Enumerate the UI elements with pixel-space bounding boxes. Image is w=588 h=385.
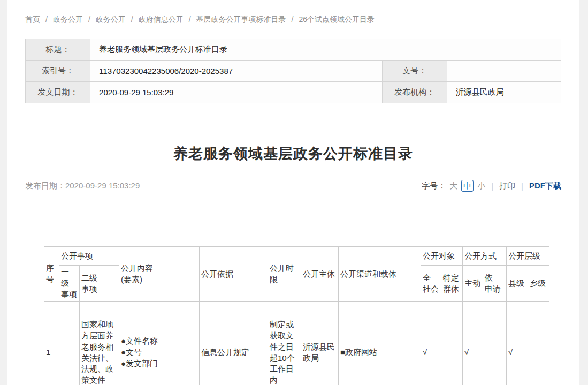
article-toolbar: 字号： 大 中 小 | 打印 | PDF下载 <box>422 180 561 192</box>
breadcrumb-separator: / <box>292 15 294 24</box>
header-target-specific: 特定 群体 <box>441 266 463 302</box>
cell-level-county: √ <box>507 302 528 385</box>
font-size-label: 字号： <box>422 181 446 191</box>
content-card: 首页/政务公开/政务公开/政府信息公开/基层政务公开事项标准目录/26个试点领域… <box>7 0 579 385</box>
breadcrumb-item-zwgk-1[interactable]: 政务公开 <box>53 15 83 24</box>
meta-row-title: 标题： 养老服务领域基层政务公开标准目录 <box>26 39 561 61</box>
catalog-header-row-1: 序 号 公开事项 公开内容 (要素) 公开依据 公开时 限 公开主体 公开渠道和… <box>44 247 549 266</box>
breadcrumb-divider <box>25 33 561 33</box>
cell-channel: ■政府网站 <box>339 302 421 385</box>
header-method-request: 依 申请 <box>483 266 507 302</box>
meta-agency-value: 沂源县民政局 <box>447 82 561 103</box>
breadcrumb: 首页/政务公开/政务公开/政府信息公开/基层政务公开事项标准目录/26个试点领域… <box>25 15 561 24</box>
cell-seq: 1 <box>44 302 59 385</box>
header-basis: 公开依据 <box>200 247 268 302</box>
cell-level-township <box>528 302 549 385</box>
header-matters: 公开事项 <box>59 247 119 266</box>
header-content: 公开内容 (要素) <box>119 247 200 302</box>
cell-method-active: √ <box>463 302 483 385</box>
meta-date-value: 2020-09-29 15:03:29 <box>90 82 383 103</box>
breadcrumb-item-standard-catalog[interactable]: 基层政务公开事项标准目录 <box>196 15 286 24</box>
meta-index-value: 113703230042235006/2020-2025387 <box>90 61 383 82</box>
publish-date: 发布日期：2020-09-29 15:03:29 <box>25 181 140 191</box>
cell-target-all: √ <box>421 302 441 385</box>
publish-date-value: 2020-09-29 15:03:29 <box>65 181 140 190</box>
meta-docnum-label: 文号： <box>382 61 447 82</box>
font-size-medium-button[interactable]: 中 <box>461 180 474 192</box>
article-sub-row: 发布日期：2020-09-29 15:03:29 字号： 大 中 小 | 打印 … <box>25 180 561 192</box>
header-subject: 公开主体 <box>301 247 339 302</box>
breadcrumb-item-home[interactable]: 首页 <box>25 15 40 24</box>
breadcrumb-item-pilot-catalog[interactable]: 26个试点领域公开目录 <box>299 15 375 24</box>
breadcrumb-item-gov-info[interactable]: 政府信息公开 <box>139 15 184 24</box>
meta-index-label: 索引号： <box>26 61 90 82</box>
pdf-download-link[interactable]: PDF下载 <box>529 181 561 191</box>
article-divider <box>25 200 561 200</box>
meta-row-date: 发文日期： 2020-09-29 15:03:29 发布机构： 沂源县民政局 <box>26 82 561 103</box>
disclosure-catalog-table: 序 号 公开事项 公开内容 (要素) 公开依据 公开时 限 公开主体 公开渠道和… <box>44 246 549 385</box>
doc-meta-table: 标题： 养老服务领域基层政务公开标准目录 索引号： 11370323004223… <box>25 39 561 103</box>
header-level2: 二级 事项 <box>80 266 119 302</box>
breadcrumb-item-zwgk-2[interactable]: 政务公开 <box>96 15 126 24</box>
cell-method-request <box>483 302 507 385</box>
meta-docnum-value <box>447 61 561 82</box>
font-size-large-button[interactable]: 大 <box>449 181 457 191</box>
cell-target-specific <box>441 302 463 385</box>
header-target: 公开对象 <box>421 247 463 266</box>
breadcrumb-separator: / <box>88 15 90 24</box>
meta-row-index: 索引号： 113703230042235006/2020-2025387 文号： <box>26 61 561 82</box>
font-size-small-button[interactable]: 小 <box>477 181 485 191</box>
header-target-all: 全 社会 <box>421 266 441 302</box>
breadcrumb-separator: / <box>189 15 191 24</box>
meta-date-label: 发文日期： <box>26 82 90 103</box>
meta-title-label: 标题： <box>26 39 90 61</box>
toolbar-divider: | <box>491 182 493 191</box>
page-title: 养老服务领域基层政务公开标准目录 <box>25 144 561 163</box>
header-level1: 一 级 事项 <box>59 266 80 302</box>
header-seq: 序 号 <box>44 247 59 302</box>
breadcrumb-separator: / <box>131 15 133 24</box>
header-time-limit: 公开时 限 <box>268 247 301 302</box>
header-method: 公开方式 <box>463 247 507 266</box>
header-level-township: 乡级 <box>528 266 549 302</box>
header-method-active: 主动 <box>463 266 483 302</box>
meta-agency-label: 发布机构： <box>382 82 447 103</box>
cell-content: ●文件名称 ●文号 ●发文部门 <box>119 302 200 385</box>
cell-time-limit: 制定或获取文件之日起10个工作日内 <box>268 302 301 385</box>
cell-level1 <box>59 302 80 385</box>
publish-date-label: 发布日期： <box>25 181 65 190</box>
toolbar-divider: | <box>521 182 523 191</box>
cell-subject: 沂源县民政局 <box>301 302 339 385</box>
header-level: 公开层级 <box>507 247 549 266</box>
header-channel: 公开渠道和载体 <box>339 247 421 302</box>
header-level-county: 县级 <box>507 266 528 302</box>
meta-title-value: 养老服务领域基层政务公开标准目录 <box>90 39 561 61</box>
breadcrumb-separator: / <box>45 15 48 24</box>
cell-basis: 信息公开规定 <box>200 302 268 385</box>
cell-level2: 国家和地方层面养老服务相关法律、法规、政策文件 <box>80 302 119 385</box>
print-button[interactable]: 打印 <box>499 181 515 191</box>
table-row: 1 国家和地方层面养老服务相关法律、法规、政策文件 ●文件名称 ●文号 ●发文部… <box>44 302 549 385</box>
